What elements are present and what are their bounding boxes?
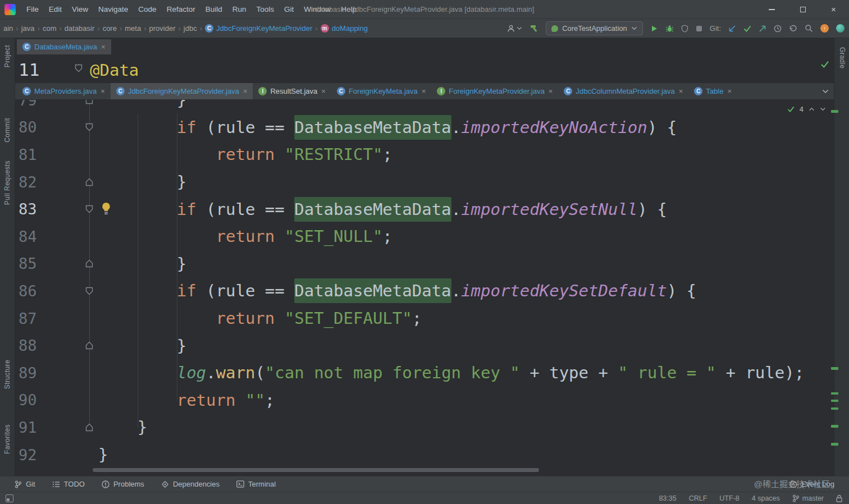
code-line-89[interactable]: 89 log.warn("can not map foreign key " +… (15, 359, 834, 387)
close-tab-icon[interactable]: × (422, 87, 426, 95)
fold-marker-up-icon[interactable] (58, 423, 98, 432)
menu-file[interactable]: File (21, 3, 44, 15)
fold-marker-up-icon[interactable] (58, 341, 98, 350)
code-text[interactable]: if (rule == DatabaseMetaData.importedKey… (98, 200, 667, 219)
code-text[interactable]: } (98, 254, 186, 273)
build-hammer-icon[interactable] (530, 24, 538, 33)
tool-stripe-commit[interactable]: Commit (3, 118, 11, 143)
line-number[interactable]: 92 (15, 446, 58, 464)
code-text[interactable]: } (98, 172, 186, 191)
menu-build[interactable]: Build (200, 3, 227, 15)
tool-window-todo[interactable]: TODO (52, 480, 85, 488)
code-line-81[interactable]: 81 return "RESTRICT"; (15, 141, 834, 168)
line-number[interactable]: 91 (15, 419, 58, 436)
tool-window-terminal[interactable]: Terminal (236, 480, 276, 488)
readonly-lock-icon[interactable] (836, 494, 842, 502)
line-number[interactable]: 84 (15, 228, 58, 245)
tab-foreignkeymetaprovider-java[interactable]: ForeignKeyMetaProvider.java× (431, 83, 558, 99)
menu-edit[interactable]: Edit (44, 3, 67, 15)
line-number[interactable]: 85 (15, 255, 58, 272)
caret-position[interactable]: 83:35 (659, 494, 676, 502)
fold-marker-up-icon[interactable] (58, 178, 98, 186)
code-text[interactable]: log.warn("can not map foreign key " + ty… (98, 363, 804, 382)
minimize-button[interactable] (756, 0, 787, 19)
menu-refactor[interactable]: Refactor (162, 3, 200, 15)
code-text[interactable]: return "SET_NULL"; (98, 227, 392, 246)
prev-occurrence-button[interactable] (809, 107, 815, 111)
line-number[interactable]: 83 (15, 200, 58, 218)
code-line-80[interactable]: 80 if (rule == DatabaseMetaData.imported… (15, 114, 834, 141)
intention-bulb-icon[interactable] (101, 202, 112, 216)
inspection-ok-icon[interactable] (820, 61, 829, 68)
menu-git[interactable]: Git (279, 3, 299, 15)
tab-table[interactable]: Table× (688, 83, 737, 99)
close-tab-icon[interactable]: × (321, 87, 326, 95)
breadcrumb-item-provider[interactable]: provider (147, 24, 178, 33)
tool-window-problems[interactable]: Problems (102, 480, 144, 488)
tab-foreignkeymeta-java[interactable]: ForeignKeyMeta.java× (331, 83, 431, 99)
tool-window-git[interactable]: Git (15, 480, 35, 488)
line-separator[interactable]: CRLF (689, 494, 708, 502)
breadcrumb-item-jdbc[interactable]: jdbc (181, 24, 199, 33)
code-line-87[interactable]: 87 return "SET_DEFAULT"; (15, 305, 834, 332)
menu-run[interactable]: Run (227, 3, 252, 15)
close-tab-icon[interactable]: × (101, 87, 105, 95)
history-button[interactable] (774, 25, 782, 33)
code-line-86[interactable]: 86 if (rule == DatabaseMetaData.imported… (15, 277, 834, 305)
git-push-button[interactable] (759, 25, 766, 33)
update-notification-icon[interactable]: ↑ (820, 24, 829, 33)
fold-marker-up-icon[interactable] (58, 259, 98, 268)
breadcrumb-item-java[interactable]: java (19, 24, 37, 33)
code-text[interactable]: } (98, 100, 186, 109)
search-everywhere-button[interactable] (805, 24, 813, 33)
code-line-91[interactable]: 91 } (15, 414, 834, 441)
code-line-83[interactable]: 83 if (rule == DatabaseMetaData.imported… (15, 195, 834, 223)
git-branch[interactable]: master (792, 494, 824, 502)
tool-stripe-favorites[interactable]: Favorites (3, 424, 11, 454)
rollback-button[interactable] (789, 25, 797, 33)
code-text[interactable]: if (rule == DatabaseMetaData.importedKey… (98, 281, 696, 300)
code-line-82[interactable]: 82 } (15, 168, 834, 196)
breadcrumb-item-ain[interactable]: ain (1, 24, 15, 33)
tab-jdbcforeignkeymetaprovider-java[interactable]: JdbcForeignKeyMetaProvider.java× (111, 83, 253, 99)
code-text[interactable]: return "RESTRICT"; (98, 145, 392, 164)
app-logo-icon[interactable] (4, 4, 16, 15)
tool-stripe-gradle[interactable]: Gradle (838, 47, 846, 68)
code-text[interactable]: } (98, 336, 186, 355)
code-text[interactable]: return ""; (98, 391, 275, 410)
run-button[interactable] (650, 25, 658, 33)
menu-code[interactable]: Code (133, 3, 161, 15)
code-line-85[interactable]: 85 } (15, 250, 834, 278)
horizontal-scrollbar[interactable] (93, 468, 539, 472)
line-number[interactable]: 80 (15, 118, 58, 136)
breadcrumb-item-databasir[interactable]: databasir (62, 24, 97, 33)
tab-databasemeta-java[interactable]: DatabaseMeta.java × (17, 39, 111, 54)
fold-marker-down-icon[interactable] (74, 64, 83, 72)
run-config-select[interactable]: CoreTestApplication (546, 21, 643, 35)
close-button[interactable]: × (818, 0, 849, 19)
code-text[interactable]: } (98, 418, 147, 437)
debug-button[interactable] (665, 25, 674, 33)
tab-metaproviders-java[interactable]: MetaProviders.java× (17, 83, 111, 99)
code-line-79[interactable]: 79 } (15, 100, 834, 114)
code-line-92[interactable]: 92} (15, 441, 834, 469)
toolwindow-toggle-icon[interactable] (6, 494, 13, 502)
tool-window-dependencies[interactable]: Dependencies (161, 480, 220, 488)
menu-navigate[interactable]: Navigate (93, 3, 133, 15)
stop-button[interactable] (696, 25, 702, 32)
close-tab-icon[interactable]: × (101, 43, 106, 51)
fold-marker-down-icon[interactable] (58, 123, 98, 131)
menu-view[interactable]: View (67, 3, 93, 15)
tool-stripe-project[interactable]: Project (3, 45, 11, 67)
line-number[interactable]: 86 (15, 282, 58, 300)
code-line-90[interactable]: 90 return ""; (15, 387, 834, 414)
line-number[interactable]: 81 (15, 146, 58, 163)
fold-marker-down-icon[interactable] (58, 287, 98, 295)
ide-status-ball-icon[interactable] (836, 24, 845, 33)
file-encoding[interactable]: UTF-8 (719, 494, 739, 502)
fold-marker-up-icon[interactable] (58, 100, 98, 104)
line-number[interactable]: 89 (15, 364, 58, 382)
coverage-button[interactable] (681, 25, 688, 33)
code-line-88[interactable]: 88 } (15, 332, 834, 359)
line-number[interactable]: 79 (15, 100, 58, 109)
